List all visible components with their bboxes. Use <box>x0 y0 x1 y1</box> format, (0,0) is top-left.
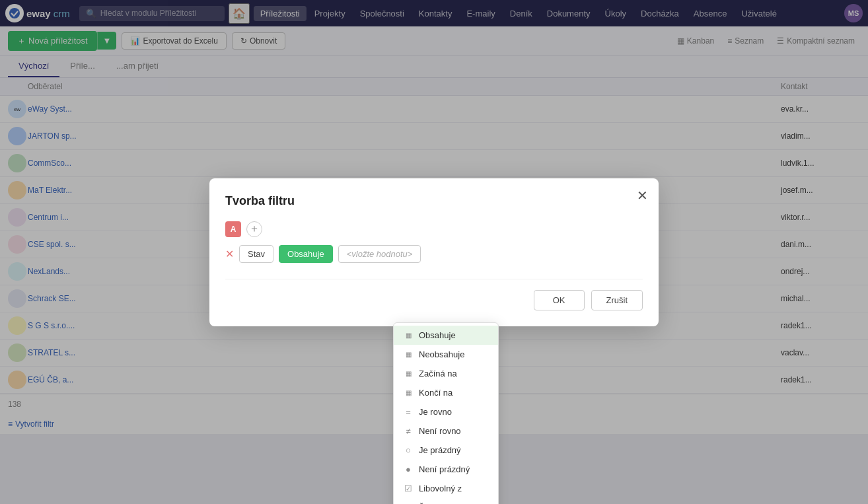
modal-footer: OK Zrušit <box>225 279 643 310</box>
dropdown-icon-neni-rovno: ≠ <box>403 426 414 435</box>
dropdown-item-neni-rovno[interactable]: ≠ Není rovno <box>394 421 498 435</box>
filter-modal: Tvorba filtru ✕ A ＋ ✕ Stav Obsahuje <vlo… <box>209 178 659 326</box>
filter-delete-button[interactable]: ✕ <box>225 248 234 260</box>
filter-operator-chip[interactable]: Obsahuje <box>279 245 333 263</box>
dropdown-label-konci: Končí na <box>419 388 452 398</box>
dropdown-item-obsahuje[interactable]: ▦ Obsahuje <box>394 326 498 345</box>
filter-value-chip[interactable]: <vložte hodnotu> <box>338 245 421 263</box>
dropdown-icon-neobsahuje: ▦ <box>403 351 414 358</box>
filter-group-header: A ＋ <box>225 221 643 237</box>
filter-field-chip[interactable]: Stav <box>239 245 273 263</box>
dropdown-label-obsahuje: Obsahuje <box>419 330 456 340</box>
dropdown-label-neobsahuje: Neobsahuje <box>419 349 464 359</box>
dropdown-label-zacina: Začíná na <box>419 369 457 378</box>
group-label: A <box>225 221 241 237</box>
dropdown-label-neni-rovno: Není rovno <box>419 426 461 435</box>
dropdown-icon-zacina: ▦ <box>403 370 414 377</box>
dropdown-icon-konci: ▦ <box>403 389 414 396</box>
dropdown-item-konci[interactable]: ▦ Končí na <box>394 383 498 402</box>
dropdown-icon-obsahuje: ▦ <box>403 332 414 339</box>
filter-row: ✕ Stav Obsahuje <vložte hodnotu> <box>225 245 643 263</box>
dropdown-icon-je-rovno: = <box>403 407 414 417</box>
modal-title: Tvorba filtru <box>225 194 643 208</box>
dropdown-label-je-rovno: Je rovno <box>419 407 452 417</box>
dropdown-item-je-rovno[interactable]: = Je rovno <box>394 402 498 421</box>
add-condition-button[interactable]: ＋ <box>246 221 262 237</box>
dropdown-item-zacina[interactable]: ▦ Začíná na <box>394 364 498 383</box>
ok-button[interactable]: OK <box>534 290 585 310</box>
modal-close-button[interactable]: ✕ <box>637 189 648 202</box>
cancel-button[interactable]: Zrušit <box>591 290 643 310</box>
modal-overlay: Tvorba filtru ✕ A ＋ ✕ Stav Obsahuje <vlo… <box>0 0 868 434</box>
operator-dropdown-menu: ▦ Obsahuje ▦ Neobsahuje ▦ Začíná na ▦ Ko… <box>393 322 499 435</box>
dropdown-item-neobsahuje[interactable]: ▦ Neobsahuje <box>394 345 498 364</box>
